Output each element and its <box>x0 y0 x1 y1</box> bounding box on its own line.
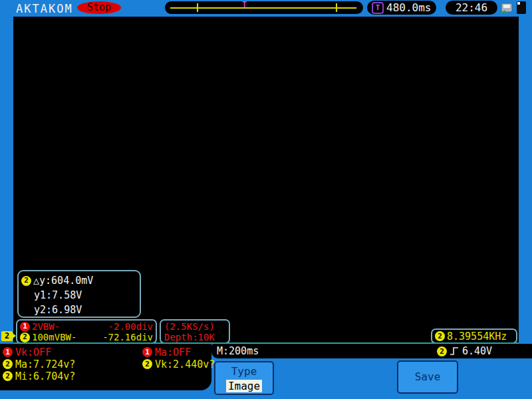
measurement-mi2: Mi:6.704v? <box>15 370 75 382</box>
channel2-badge: 2 <box>20 332 30 342</box>
trigger-time-readout: T 480.0ms <box>367 1 436 15</box>
memory-depth: Depth:10K <box>164 332 225 342</box>
cursor-y2: y2:6.98V <box>34 303 82 317</box>
type-button-value: Image <box>226 380 262 392</box>
channel1-badge: 1 <box>20 322 30 332</box>
channel2-badge: 2 <box>3 371 13 381</box>
type-menu-button[interactable]: Type Image <box>214 361 274 395</box>
trigger-level-value: 6.40V <box>462 345 492 357</box>
memory-bar-line <box>170 7 356 9</box>
ch2-scale: 100mVBW- <box>32 332 76 342</box>
memory-position-bar: T <box>165 1 363 14</box>
channel2-badge: 2 <box>437 346 447 356</box>
rising-edge-icon <box>450 346 460 356</box>
channel1-badge: 1 <box>3 347 13 357</box>
channel2-badge: 2 <box>435 331 445 341</box>
channel2-badge: 2 <box>142 359 152 369</box>
ch2-offset: -72.16div <box>102 332 153 342</box>
channel2-badge: 2 <box>3 359 13 369</box>
trigger-level-readout: 2 6.40V <box>437 344 492 358</box>
trigger-position-marker: T <box>242 0 247 9</box>
measurement-ma2: Ma:7.724v? <box>15 358 75 370</box>
ch1-offset: -2.00div <box>108 321 153 332</box>
type-button-label: Type <box>215 365 273 378</box>
save-button[interactable]: Save <box>397 360 458 394</box>
channel-info-box: 1 2VBW- -2.00div 2 100mVBW- -72.16div <box>16 319 157 344</box>
sample-rate: (2.5KS/s) <box>164 321 225 332</box>
trigger-t-icon: T <box>372 2 384 14</box>
cursor-y1: y1:7.58V <box>34 288 82 303</box>
run-state-badge: Stop <box>77 1 121 14</box>
cursor-measurement-box: 2 △y:604.0mV y1:7.58V y2:6.98V <box>17 270 141 318</box>
ch1-scale: 2VBW- <box>32 321 60 332</box>
cursor-delta-y: △y:604.0mV <box>33 273 93 288</box>
brand-logo: AKTAKOM <box>16 2 73 15</box>
trigger-time-value: 480.0ms <box>386 1 431 14</box>
clock: 22:46 <box>446 1 497 15</box>
usb-device-icon <box>499 2 513 14</box>
memory-window-tick <box>336 3 337 12</box>
oscilloscope-screen: AKTAKOM Stop T T 480.0ms 22:46 2 △y:604.… <box>0 0 532 399</box>
measurement-vk2: Vk:2.440v? <box>155 358 215 370</box>
channel2-badge: 2 <box>21 276 31 286</box>
timebase-readout: M:200ms <box>217 344 278 358</box>
measurement-panel: 1 Vk:OFF 2 Ma:7.724v? 2 Mi:6.704v? 1 Ma:… <box>0 344 211 390</box>
measurement-ma1: Ma:OFF <box>155 346 191 358</box>
frequency-readout-box: 2 8.39554KHz <box>431 329 517 344</box>
memory-window-tick <box>197 3 198 12</box>
measurement-vk1: Vk:OFF <box>15 346 51 358</box>
channel2-position-marker: 2 <box>1 331 13 341</box>
acquisition-info-box: (2.5KS/s) Depth:10K <box>160 319 230 344</box>
frequency-value: 8.39554KHz <box>447 331 507 342</box>
battery-icon <box>517 1 526 14</box>
channel1-badge: 1 <box>142 347 152 357</box>
